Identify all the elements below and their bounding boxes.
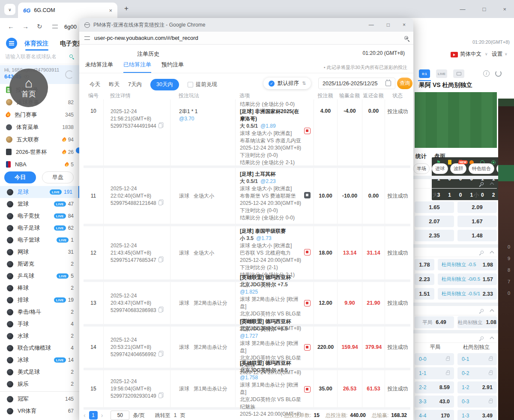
record-tab[interactable]: 已结算注单 xyxy=(123,61,151,73)
odds-button[interactable]: 杜尚别独立 -0/0.51.57 xyxy=(438,273,497,285)
new-tab-button[interactable]: + xyxy=(124,4,128,13)
score-tab[interactable]: LIVE xyxy=(436,69,447,78)
odds-button[interactable]: 1.67 xyxy=(457,216,497,227)
collapse-icon[interactable] xyxy=(490,309,494,314)
collapse-icon[interactable] xyxy=(490,251,494,255)
score-odds-button[interactable]: 3-343.0 xyxy=(415,396,454,408)
popup-maximize-button[interactable]: □ xyxy=(387,22,390,28)
sport-item[interactable]: 电子篮球LIVE1 xyxy=(0,234,80,246)
sport-item[interactable]: 拳击/格斗2 xyxy=(0,306,80,318)
match-tracker-icon[interactable] xyxy=(304,249,311,255)
collapse-icon[interactable] xyxy=(490,337,494,341)
sport-item[interactable]: 乒乓球LIVE5 xyxy=(0,270,80,282)
market-pill[interactable]: 半场 xyxy=(413,163,430,174)
pin-icon[interactable] xyxy=(480,336,484,340)
quick-filter[interactable]: 昨天 xyxy=(109,81,120,88)
score-odds-button[interactable]: 1-33.49 xyxy=(457,410,497,420)
sidebar-item[interactable]: 五大联赛94 xyxy=(0,133,80,146)
sort-select[interactable]: ✓ 默认排序 ⇅ xyxy=(263,78,311,89)
odds-button[interactable]: 1.48 xyxy=(457,230,497,241)
popup-close-button[interactable]: × xyxy=(403,22,406,28)
odds-button[interactable]: 1.51 xyxy=(415,288,434,300)
tab-item[interactable]: 盘面 xyxy=(434,153,445,160)
info-icon[interactable]: i xyxy=(483,70,490,77)
site-settings-icon[interactable] xyxy=(52,25,58,28)
sport-item[interactable]: 手球4 xyxy=(0,318,80,330)
pin-icon[interactable] xyxy=(480,182,484,186)
market-pill[interactable]: 波胆NEW xyxy=(450,163,466,174)
sport-item[interactable]: 斯诺克2 xyxy=(0,258,80,270)
page-size-input[interactable] xyxy=(111,411,129,420)
tab-close-icon[interactable]: × xyxy=(109,7,112,14)
odds-button[interactable]: 杜尚别独立1.08 xyxy=(457,316,497,328)
sidebar-item[interactable]: 体育菜单1838 xyxy=(0,121,80,133)
window-close-button[interactable]: × xyxy=(503,6,506,12)
sport-item[interactable]: 电子足球LIVE62 xyxy=(0,222,80,234)
record-tab[interactable]: 未结算注单 xyxy=(85,61,113,73)
sport-item[interactable]: 冰球LIVE14 xyxy=(0,354,80,366)
early-cashout-filter[interactable]: 提前兑现 xyxy=(188,81,217,88)
quick-filter[interactable]: 今天 xyxy=(90,81,100,88)
quick-filter[interactable]: 30天内 xyxy=(150,79,179,90)
browser-tab[interactable]: 6G 6G.COM × xyxy=(18,3,117,18)
sport-item[interactable]: 排球LIVE19 xyxy=(0,294,80,306)
refresh-balance-icon[interactable] xyxy=(65,70,74,79)
score-odds-button[interactable]: 0-3 xyxy=(457,396,497,408)
popup-titlebar[interactable]: PM体育-亚洲在线体育竞猜投注 - Google Chrome — □ × xyxy=(79,18,413,32)
pin-icon[interactable] xyxy=(480,309,484,313)
score-odds-button[interactable]: 0-0 xyxy=(415,353,454,365)
score-odds-button[interactable]: 4-4170 xyxy=(415,410,454,420)
sidebar-item[interactable]: 2026-世界杯26 xyxy=(0,146,80,158)
search-icon[interactable] xyxy=(69,54,73,58)
sport-item[interactable]: 冠军145 xyxy=(0,393,80,405)
jump-page-value[interactable]: 1 xyxy=(174,412,177,418)
window-maximize-button[interactable]: □ xyxy=(483,6,486,12)
odds-button[interactable]: 杜尚别独立 -0.51.98 xyxy=(438,259,497,270)
stream-tab[interactable] xyxy=(453,69,464,78)
score-odds-button[interactable]: 0-1 xyxy=(457,353,497,365)
copy-icon[interactable] xyxy=(158,258,162,262)
popup-minimize-button[interactable]: — xyxy=(369,22,374,28)
odds-button[interactable]: 1.65 xyxy=(415,201,454,213)
search-input[interactable] xyxy=(0,50,56,60)
match-tracker-icon[interactable] xyxy=(304,192,311,198)
odds-button[interactable]: 2.09 xyxy=(457,201,497,213)
sport-item[interactable]: 篮球LIVE47 xyxy=(0,198,80,210)
tab-active[interactable]: 统计 xyxy=(415,153,427,160)
forward-icon[interactable]: → xyxy=(22,23,29,30)
match-tracker-icon[interactable] xyxy=(304,300,311,306)
odds-button[interactable]: 1.78 xyxy=(415,259,434,270)
checkbox-icon[interactable] xyxy=(188,82,193,87)
sport-item[interactable]: 美式足球2 xyxy=(0,366,80,378)
match-tracker-icon[interactable] xyxy=(304,344,311,351)
score-tab[interactable]: 0:1 xyxy=(419,69,430,78)
hamburger-menu-icon[interactable] xyxy=(6,38,17,49)
home-float-button[interactable]: ⌂ 首页 xyxy=(9,69,48,107)
odds-button[interactable]: 2.07 xyxy=(415,216,454,227)
sidebar-item[interactable]: NBA5 xyxy=(0,158,80,171)
language-select[interactable]: 简体中文 xyxy=(460,51,481,58)
sport-item[interactable]: 娱乐2 xyxy=(0,378,80,390)
sport-item[interactable]: 足球LIVE191 xyxy=(0,186,80,198)
sidebar-item[interactable]: 热门赛事345 xyxy=(0,108,80,121)
copy-icon[interactable] xyxy=(158,393,162,398)
pin-icon[interactable] xyxy=(480,250,484,255)
score-odds-button[interactable]: 1-22.91 xyxy=(457,381,497,393)
next-page-icon[interactable]: › xyxy=(101,412,103,419)
odds-button[interactable]: 平局6.49 xyxy=(415,316,454,328)
early-market-button[interactable]: 早盘 xyxy=(42,171,74,183)
date-range-picker[interactable]: 2025/11/26-2025/12/25 xyxy=(318,78,395,89)
sport-item[interactable]: 联合式橄榄球4 xyxy=(0,342,80,354)
sport-item[interactable]: VR体育67 xyxy=(0,405,80,417)
prev-page-icon[interactable]: ‹ xyxy=(84,412,86,419)
tab-search-button[interactable]: ∨ xyxy=(4,4,15,15)
refresh-icon[interactable] xyxy=(495,70,502,77)
score-odds-button[interactable]: 2-28.59 xyxy=(415,381,454,393)
match-tracker-icon[interactable] xyxy=(304,128,311,134)
reload-icon[interactable]: ↻ xyxy=(37,23,42,30)
odds-button[interactable]: 杜尚别独立 -0.5/12.33 xyxy=(438,288,497,300)
sport-item[interactable]: 水球2 xyxy=(0,330,80,342)
copy-icon[interactable] xyxy=(158,308,162,312)
settings-menu[interactable]: 设置 xyxy=(492,51,502,58)
quick-filter[interactable]: 7天内 xyxy=(128,81,142,88)
